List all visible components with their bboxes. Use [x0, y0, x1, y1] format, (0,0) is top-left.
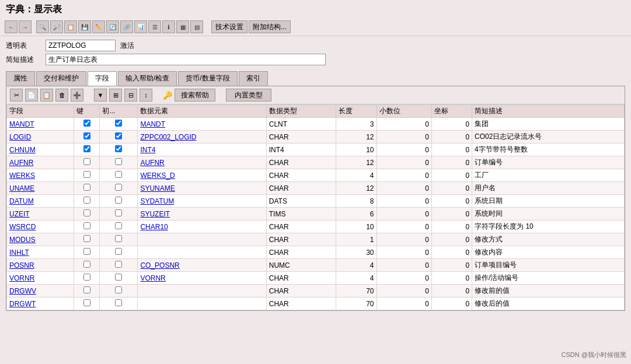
- search1-button[interactable]: 🔍: [36, 20, 49, 33]
- field-link[interactable]: WERKS: [9, 172, 35, 180]
- key-checkbox[interactable]: [83, 222, 90, 229]
- search2-button[interactable]: 🔎: [50, 20, 63, 33]
- init-checkbox[interactable]: [115, 145, 122, 152]
- data-element-link[interactable]: SYDATUM: [140, 197, 174, 205]
- tab-input-help[interactable]: 输入帮助/检查: [118, 71, 177, 86]
- deselect-button[interactable]: ⊟: [124, 89, 137, 102]
- init-checkbox[interactable]: [115, 299, 122, 306]
- clipboard-button[interactable]: 📋: [64, 20, 77, 33]
- field-link[interactable]: MANDT: [9, 120, 34, 128]
- length-cell: 1: [336, 233, 376, 246]
- init-checkbox[interactable]: [115, 120, 122, 127]
- tab-delivery[interactable]: 交付和维护: [36, 71, 86, 86]
- copy-button[interactable]: 📄: [25, 89, 38, 102]
- data-element-link[interactable]: MANDT: [140, 120, 165, 128]
- field-link[interactable]: VORNR: [9, 274, 34, 282]
- select-all-button[interactable]: ⊞: [109, 89, 122, 102]
- key-checkbox[interactable]: [83, 197, 90, 204]
- data-element-link[interactable]: VORNR: [140, 274, 165, 282]
- back-button[interactable]: ←: [5, 20, 18, 33]
- key-checkbox[interactable]: [83, 132, 90, 139]
- refresh-button[interactable]: 🔄: [106, 20, 119, 33]
- transparent-input[interactable]: [46, 40, 116, 51]
- length-cell: 10: [336, 220, 376, 233]
- chart-button[interactable]: 📊: [134, 20, 147, 33]
- init-checkbox[interactable]: [115, 248, 122, 255]
- field-link[interactable]: CHNUM: [9, 146, 36, 154]
- data-element-link[interactable]: WERKS_D: [140, 172, 175, 180]
- ins-row-button[interactable]: ➕: [71, 89, 83, 102]
- key-checkbox[interactable]: [83, 184, 90, 191]
- field-link[interactable]: WSRCD: [9, 223, 36, 231]
- col-decimal: 小数位: [376, 105, 431, 118]
- data-element-link[interactable]: CO_POSNR: [140, 261, 179, 270]
- field-link[interactable]: DATUM: [9, 197, 34, 205]
- table-row: CHNUMINT4INT410004字节带符号整数: [7, 144, 625, 156]
- field-link[interactable]: MODUS: [9, 236, 36, 244]
- forward-button[interactable]: →: [19, 20, 32, 33]
- builtin-type-button[interactable]: 内置类型: [226, 89, 271, 102]
- tech-settings-button[interactable]: 技术设置: [211, 20, 247, 33]
- edit-button[interactable]: ✏️: [92, 20, 105, 33]
- key-checkbox[interactable]: [83, 209, 90, 216]
- col-coord: 坐标: [431, 105, 472, 118]
- tab-index[interactable]: 索引: [239, 71, 268, 86]
- key-cell: [74, 131, 100, 144]
- init-checkbox[interactable]: [115, 261, 122, 268]
- init-checkbox[interactable]: [115, 235, 122, 242]
- field-link[interactable]: UNAME: [9, 184, 34, 192]
- init-checkbox[interactable]: [115, 274, 122, 281]
- cut-button[interactable]: ✂: [10, 89, 23, 102]
- table-row: POSNRCO_POSNRNUMC400订单项目编号: [7, 259, 625, 272]
- field-link[interactable]: DRGWV: [9, 287, 36, 295]
- key-checkbox[interactable]: [83, 286, 90, 293]
- field-link[interactable]: UZEIT: [9, 210, 30, 218]
- init-checkbox[interactable]: [115, 158, 122, 165]
- field-link[interactable]: DRGWT: [9, 300, 36, 308]
- save-button[interactable]: 💾: [78, 20, 91, 33]
- data-element-link[interactable]: ZPPC002_LOGID: [140, 133, 196, 141]
- table-row: MODUSCHAR100修改方式: [7, 233, 625, 246]
- data-element-link[interactable]: CHAR10: [140, 223, 168, 231]
- key-checkbox[interactable]: [83, 261, 90, 268]
- tab-fields[interactable]: 字段: [88, 71, 117, 86]
- grid2-button[interactable]: ▤: [190, 20, 203, 33]
- desc-input[interactable]: [46, 54, 326, 65]
- init-checkbox[interactable]: [115, 197, 122, 204]
- data-element-link[interactable]: SYUZEIT: [140, 210, 170, 218]
- coord-cell: 0: [431, 298, 472, 310]
- field-link[interactable]: AUFNR: [9, 159, 33, 167]
- key-checkbox[interactable]: [83, 145, 90, 152]
- add-structure-button[interactable]: 附加结构...: [249, 20, 291, 33]
- field-link[interactable]: LOGID: [9, 133, 31, 141]
- init-checkbox[interactable]: [115, 184, 122, 191]
- link-button[interactable]: 🔗: [120, 20, 133, 33]
- key-checkbox[interactable]: [83, 120, 90, 127]
- key-checkbox[interactable]: [83, 171, 90, 178]
- move-button[interactable]: ↕: [140, 89, 152, 102]
- init-checkbox[interactable]: [115, 171, 122, 178]
- search-help-button[interactable]: 搜索帮助: [175, 89, 215, 102]
- data-element-link[interactable]: SYUNAME: [140, 184, 175, 192]
- key-checkbox[interactable]: [83, 235, 90, 242]
- key-checkbox[interactable]: [83, 248, 90, 255]
- init-checkbox[interactable]: [115, 132, 122, 139]
- key-checkbox[interactable]: [83, 158, 90, 165]
- info-button[interactable]: ℹ: [162, 20, 175, 33]
- data-element-link[interactable]: INT4: [140, 146, 155, 154]
- init-checkbox[interactable]: [115, 286, 122, 293]
- grid1-button[interactable]: ▦: [176, 20, 189, 33]
- filter-button[interactable]: ▼: [94, 89, 107, 102]
- init-checkbox[interactable]: [115, 209, 122, 216]
- paste-button[interactable]: 📋: [40, 89, 53, 102]
- data-element-link[interactable]: AUFNR: [140, 159, 164, 167]
- tab-currency[interactable]: 货币/数量字段: [178, 71, 237, 86]
- key-checkbox[interactable]: [83, 299, 90, 306]
- key-checkbox[interactable]: [83, 274, 90, 281]
- field-link[interactable]: INHLT: [9, 249, 29, 257]
- field-link[interactable]: POSNR: [9, 261, 34, 270]
- tab-attributes[interactable]: 属性: [6, 71, 35, 86]
- list-button[interactable]: ☰: [148, 20, 161, 33]
- init-checkbox[interactable]: [115, 222, 122, 229]
- del-row-button[interactable]: 🗑: [55, 89, 68, 102]
